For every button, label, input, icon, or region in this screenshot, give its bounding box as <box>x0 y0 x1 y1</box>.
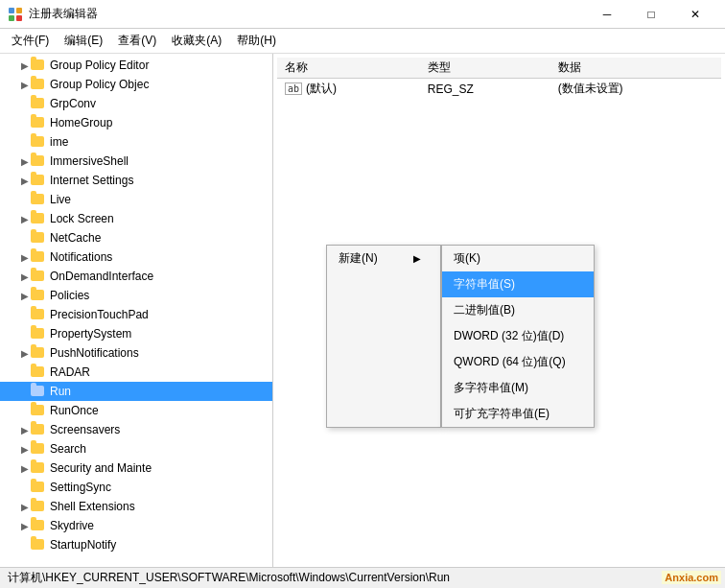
watermark: Anxia.com <box>662 571 721 584</box>
maximize-button[interactable]: □ <box>629 0 673 29</box>
tree-item[interactable]: Run <box>0 382 272 401</box>
folder-icon <box>31 345 46 361</box>
tree-item[interactable]: Live <box>0 190 272 209</box>
tree-item-label: NetCache <box>50 231 101 245</box>
tree-arrow-icon: ▶ <box>19 521 31 531</box>
tree-item-label: ImmersiveShell <box>50 154 129 168</box>
tree-item-label: Shell Extensions <box>50 500 135 513</box>
tree-item[interactable]: ▶Lock Screen <box>0 209 272 228</box>
tree-item-label: Search <box>50 442 86 456</box>
context-menu-container: 新建(N) ▶ 项(K)字符串值(S)二进制值(B)DWORD (32 位)值(… <box>326 245 595 428</box>
tree-arrow-icon: ▶ <box>19 444 31 455</box>
close-button[interactable]: ✕ <box>673 0 717 29</box>
table-row[interactable]: ab(默认)REG_SZ(数值未设置) <box>277 79 721 100</box>
tree-item[interactable]: ▶Search <box>0 439 272 459</box>
reg-type: REG_SZ <box>420 79 550 100</box>
ctx-new-item[interactable]: 新建(N) ▶ <box>327 246 440 271</box>
tree-item[interactable]: ime <box>0 132 272 152</box>
tree-arrow-icon: ▶ <box>19 425 31 435</box>
tree-item-label: Internet Settings <box>50 174 133 187</box>
tree-arrow-icon: ▶ <box>19 156 31 167</box>
tree-item-label: GrpConv <box>50 97 96 110</box>
folder-icon <box>31 326 46 341</box>
svg-rect-2 <box>9 15 14 21</box>
folder-icon <box>31 249 46 265</box>
tree-item[interactable]: PropertySystem <box>0 324 272 343</box>
tree-item[interactable]: ▶Policies <box>0 286 272 305</box>
tree-item-label: Security and Mainte <box>50 461 152 475</box>
submenu-item[interactable]: 二进制值(B) <box>442 297 594 323</box>
tree-item-label: PropertySystem <box>50 327 131 341</box>
folder-icon <box>31 365 46 380</box>
tree-item-label: OnDemandInterface <box>50 270 153 283</box>
minimize-button[interactable]: ─ <box>585 0 629 29</box>
tree-item[interactable]: ▶Internet Settings <box>0 171 272 190</box>
tree-arrow-icon: ▶ <box>19 176 31 186</box>
menu-item-v[interactable]: 查看(V) <box>110 29 164 53</box>
col-data: 数据 <box>550 58 721 79</box>
menu-item-a[interactable]: 收藏夹(A) <box>164 29 229 53</box>
tree-item[interactable]: GrpConv <box>0 94 272 113</box>
tree-item[interactable]: StartupNotify <box>0 535 272 554</box>
tree-pane[interactable]: ▶Group Policy Editor▶Group Policy ObjecG… <box>0 54 273 567</box>
submenu-item[interactable]: 字符串值(S) <box>442 271 594 297</box>
menu-item-f[interactable]: 文件(F) <box>4 29 57 53</box>
folder-icon <box>31 96 46 111</box>
folder-icon <box>31 115 46 130</box>
tree-item[interactable]: SettingSync <box>0 478 272 497</box>
folder-icon <box>31 269 46 284</box>
folder-icon <box>31 537 46 553</box>
tree-item[interactable]: RADAR <box>0 363 272 382</box>
folder-icon <box>31 58 46 73</box>
tree-item[interactable]: ▶PushNotifications <box>0 343 272 363</box>
tree-arrow-icon: ▶ <box>19 502 31 512</box>
context-menu-new: 新建(N) ▶ <box>326 245 441 428</box>
tree-item[interactable]: ▶OnDemandInterface <box>0 267 272 286</box>
submenu-item[interactable]: 可扩充字符串值(E) <box>442 401 594 427</box>
status-path: 计算机\HKEY_CURRENT_USER\SOFTWARE\Microsoft… <box>8 570 450 586</box>
submenu-item[interactable]: DWORD (32 位)值(D) <box>442 323 594 349</box>
menu-bar: 文件(F)编辑(E)查看(V)收藏夹(A)帮助(H) <box>0 29 725 54</box>
tree-arrow-icon: ▶ <box>19 214 31 224</box>
tree-item[interactable]: ▶Notifications <box>0 247 272 267</box>
tree-arrow-icon: ▶ <box>19 463 31 474</box>
tree-item[interactable]: ▶Group Policy Editor <box>0 56 272 75</box>
menu-item-e[interactable]: 编辑(E) <box>57 29 110 53</box>
tree-item-label: PushNotifications <box>50 346 139 360</box>
tree-item-label: Policies <box>50 289 89 302</box>
submenu-item[interactable]: QWORD (64 位)值(Q) <box>442 349 594 375</box>
ab-icon: ab <box>285 82 302 95</box>
folder-icon <box>31 153 46 169</box>
folder-icon <box>31 499 46 514</box>
folder-icon <box>31 211 46 226</box>
tree-item[interactable]: ▶Screensavers <box>0 420 272 439</box>
tree-item-label: Run <box>50 385 71 398</box>
tree-item[interactable]: RunOnce <box>0 401 272 420</box>
folder-icon <box>31 307 46 322</box>
tree-item[interactable]: ▶Security and Mainte <box>0 459 272 478</box>
svg-rect-0 <box>9 8 14 13</box>
tree-item[interactable]: ▶ImmersiveShell <box>0 152 272 171</box>
folder-icon <box>31 518 46 533</box>
folder-icon <box>31 403 46 418</box>
window-controls: ─ □ ✕ <box>585 0 717 29</box>
tree-item[interactable]: ▶Group Policy Objec <box>0 75 272 94</box>
tree-arrow-icon: ▶ <box>19 60 31 71</box>
tree-item[interactable]: NetCache <box>0 228 272 247</box>
tree-arrow-icon: ▶ <box>19 271 31 282</box>
submenu-item[interactable]: 多字符串值(M) <box>442 375 594 401</box>
submenu-item[interactable]: 项(K) <box>442 246 594 271</box>
registry-table: 名称 类型 数据 ab(默认)REG_SZ(数值未设置) <box>277 58 721 99</box>
tree-item[interactable]: ▶Skydrive <box>0 516 272 535</box>
tree-item[interactable]: ▶Shell Extensions <box>0 497 272 516</box>
tree-item-label: Skydrive <box>50 519 94 532</box>
tree-item-label: ime <box>50 135 68 149</box>
tree-item[interactable]: PrecisionTouchPad <box>0 305 272 324</box>
tree-item-label: Group Policy Editor <box>50 59 149 72</box>
tree-item-label: RunOnce <box>50 404 99 417</box>
folder-icon <box>31 288 46 303</box>
menu-item-h[interactable]: 帮助(H) <box>229 29 284 53</box>
reg-name: ab(默认) <box>277 79 420 100</box>
tree-item-label: Group Policy Objec <box>50 78 149 91</box>
tree-item[interactable]: HomeGroup <box>0 113 272 132</box>
